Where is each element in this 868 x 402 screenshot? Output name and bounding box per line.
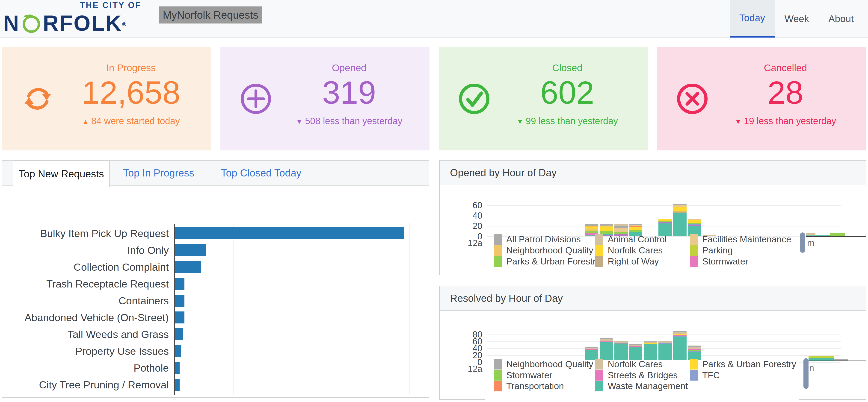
x-tick-label: 200 bbox=[396, 397, 423, 397]
nav-item-today[interactable]: Today bbox=[730, 0, 775, 38]
legend-item[interactable]: Animal Control bbox=[595, 234, 667, 245]
stat-label: Cancelled bbox=[714, 62, 857, 73]
nav-item-about[interactable]: About bbox=[819, 0, 863, 38]
x-tick-label: 150 bbox=[337, 397, 365, 397]
logo-letter: N bbox=[3, 11, 20, 35]
bar-segment bbox=[673, 207, 687, 211]
legend-label: Animal Control bbox=[608, 234, 667, 244]
legend-item[interactable]: TFC bbox=[690, 370, 720, 381]
delta-arrow-icon: ▼ bbox=[517, 118, 524, 125]
legend-item[interactable]: Neighborhood Quality bbox=[494, 359, 593, 370]
legend-label: Right of Way bbox=[608, 257, 659, 267]
bar-segment bbox=[629, 226, 642, 227]
bar-segment bbox=[688, 223, 701, 225]
legend-item[interactable]: Parking bbox=[690, 245, 733, 256]
legend-swatch-icon bbox=[494, 234, 502, 245]
bar-segment bbox=[629, 345, 642, 346]
bar-segment bbox=[600, 338, 613, 339]
stat-card-in-progress: In Progress 12,658 ▲84 were started toda… bbox=[2, 47, 211, 150]
legend-scrollbar-thumb[interactable] bbox=[803, 358, 808, 389]
gridline bbox=[409, 223, 410, 395]
legend-label: Stormwater bbox=[702, 257, 748, 267]
bar-category-label: Collection Complaint bbox=[2, 259, 169, 275]
x-axis-label-fragment: 12a bbox=[468, 364, 482, 374]
bar bbox=[175, 362, 180, 374]
tab-top-in-progress[interactable]: Top In Progress bbox=[110, 161, 208, 186]
y-tick-label: 40 bbox=[462, 210, 482, 221]
legend-item[interactable]: Parks & Urban Forestry bbox=[494, 256, 600, 267]
legend-item[interactable]: Stormwater bbox=[494, 370, 552, 381]
legend-item[interactable]: Streets & Bridges bbox=[595, 370, 678, 381]
bar-segment bbox=[629, 224, 642, 225]
legend-swatch-icon bbox=[494, 370, 502, 380]
bar-segment bbox=[688, 225, 701, 226]
bar-segment bbox=[600, 224, 613, 226]
bar-segment bbox=[688, 349, 701, 350]
bar-segment bbox=[644, 341, 657, 342]
legend-swatch-icon bbox=[690, 359, 698, 370]
stat-delta: ▲84 were started today bbox=[60, 116, 202, 126]
legend-item[interactable]: Facilities Maintenance bbox=[690, 234, 791, 245]
bar bbox=[175, 295, 184, 307]
bar-segment bbox=[658, 223, 672, 224]
resolved-by-hour-panel: Resolved by Hour of Day 02040608012aNeig… bbox=[439, 286, 866, 400]
legend-swatch-icon bbox=[690, 256, 698, 267]
bar-segment bbox=[585, 227, 598, 229]
dashboard-root: THE CITY OF N RFOLK ® MyNorfolk Requests… bbox=[0, 0, 868, 402]
bar-segment bbox=[614, 226, 628, 228]
nav-item-week[interactable]: Week bbox=[775, 0, 819, 38]
delta-arrow-icon: ▼ bbox=[296, 118, 303, 125]
legend-item[interactable]: Waste Management bbox=[595, 380, 688, 392]
y-tick-label: 20 bbox=[462, 221, 482, 231]
mini-chart-fragment bbox=[808, 361, 866, 361]
legend-swatch-icon bbox=[494, 256, 502, 267]
bar-segment bbox=[600, 339, 613, 341]
clipped-label-fragment: n bbox=[809, 363, 814, 373]
legend-item[interactable]: Parks & Urban Forestry bbox=[690, 359, 796, 370]
norfolk-logo[interactable]: THE CITY OF N RFOLK ® bbox=[3, 0, 141, 36]
legend-item[interactable]: Stormwater bbox=[690, 256, 748, 267]
bar-segment bbox=[688, 347, 701, 349]
bar-segment bbox=[673, 211, 687, 213]
legend-item[interactable]: Transportation bbox=[494, 380, 564, 392]
legend-label: Neighborhood Quality bbox=[506, 245, 593, 256]
gridline bbox=[292, 223, 292, 395]
bar-segment bbox=[658, 222, 672, 223]
legend-label: Parks & Urban Forestry bbox=[506, 257, 600, 267]
top-new-requests-chart: 050100150200Bulky Item Pick Up RequestIn… bbox=[2, 187, 429, 397]
bar bbox=[175, 227, 404, 239]
bar-segment bbox=[585, 224, 598, 226]
bar-segment bbox=[688, 219, 701, 221]
legend-swatch-icon bbox=[494, 245, 502, 256]
mini-chart-fragment bbox=[808, 356, 834, 358]
legend-item[interactable]: Norfolk Cares bbox=[595, 245, 662, 256]
legend-scrollbar-thumb[interactable] bbox=[800, 232, 805, 253]
legend-label: Facilities Maintenance bbox=[702, 234, 791, 244]
bar-segment bbox=[673, 204, 687, 205]
nav-week-label: Week bbox=[784, 13, 809, 25]
panel-title: Resolved by Hour of Day bbox=[450, 293, 563, 304]
legend-swatch-icon bbox=[690, 234, 698, 245]
gridline bbox=[487, 335, 841, 335]
x-axis-label-fragment: 12a bbox=[468, 238, 482, 248]
legend-item[interactable]: Right of Way bbox=[595, 256, 659, 267]
bar-segment bbox=[629, 230, 642, 232]
stat-value: 12,658 bbox=[60, 74, 202, 111]
bar-segment bbox=[585, 229, 598, 231]
stat-label: In Progress bbox=[60, 62, 202, 73]
legend-item[interactable]: Neighborhood Quality bbox=[494, 245, 593, 256]
stat-value: 28 bbox=[714, 74, 857, 111]
bar-segment bbox=[585, 231, 598, 233]
legend-item[interactable]: Norfolk Cares bbox=[595, 359, 662, 370]
tab-label: Top Closed Today bbox=[221, 167, 301, 179]
stat-card-closed: Closed 602 ▼99 less than yesterday bbox=[439, 47, 648, 150]
tab-top-closed-today[interactable]: Top Closed Today bbox=[208, 161, 315, 186]
x-tick-label: 0 bbox=[160, 397, 188, 397]
stat-delta: ▼99 less than yesterday bbox=[496, 116, 639, 126]
opened-by-hour-panel: Opened by Hour of Day 020406012aAll Patr… bbox=[439, 160, 866, 275]
tab-top-new-requests[interactable]: Top New Requests bbox=[13, 161, 110, 187]
legend-item[interactable]: All Patrol Divisions bbox=[494, 234, 581, 245]
bar-segment bbox=[614, 341, 628, 341]
bar-category-label: Containers bbox=[2, 292, 169, 309]
stat-delta: ▼508 less than yesterday bbox=[278, 116, 420, 126]
